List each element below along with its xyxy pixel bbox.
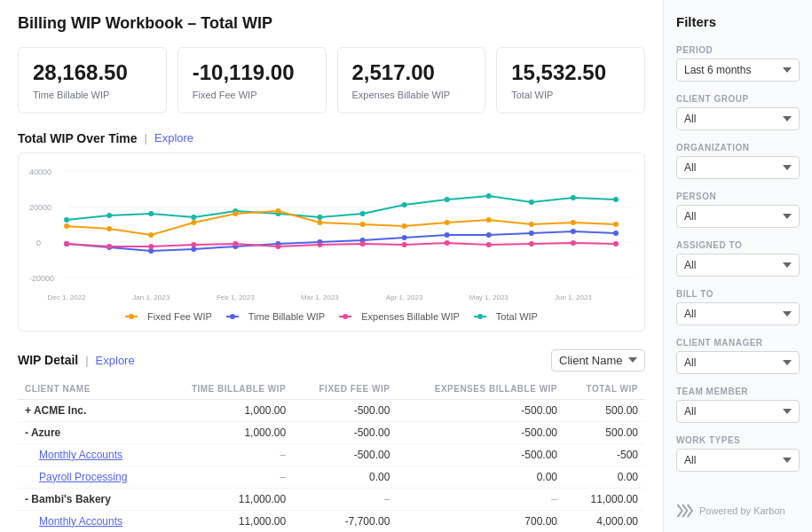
filter-select-team-member[interactable]: All — [676, 400, 800, 423]
sidebar-title: Filters — [676, 14, 800, 29]
legend-time-billable: Time Billable WIP — [226, 311, 325, 322]
cell-child-name[interactable]: Monthly Accounts — [18, 443, 161, 466]
svg-text:0: 0 — [36, 239, 41, 247]
filter-select-person[interactable]: All — [676, 205, 800, 228]
filter-select-assigned-to[interactable]: All — [676, 254, 800, 277]
kpi-row: 28,168.50 Time Billable WIP -10,119.00 F… — [18, 47, 645, 113]
filter-group-period: PERIOD Last 6 months Last 3 months Last … — [676, 45, 800, 82]
cell-total: -500 — [564, 443, 645, 466]
svg-point-78 — [477, 314, 483, 319]
filter-label-team-member: TEAM MEMBER — [676, 387, 800, 396]
legend-label-total-wip: Total WIP — [496, 311, 538, 322]
svg-text:Apr 1, 2023: Apr 1, 2023 — [386, 293, 423, 301]
cell-total: 4,000.00 — [564, 510, 645, 532]
cell-fixed-fee: – — [293, 488, 397, 510]
col-client-name: CLIENT NAME — [18, 379, 161, 400]
svg-text:20000: 20000 — [29, 203, 51, 212]
filter-label-organization: ORGANIZATION — [676, 143, 800, 153]
filter-select-work-types[interactable]: All — [676, 449, 800, 472]
svg-text:Jan 1, 2023: Jan 1, 2023 — [132, 293, 169, 301]
cell-client-name: - Azure — [18, 421, 161, 443]
filter-select-period[interactable]: Last 6 months Last 3 months Last 12 mont… — [676, 59, 800, 82]
svg-point-60 — [191, 242, 196, 247]
filter-group-work-types: WORK TYPES All — [676, 435, 800, 472]
chart-svg: 40000 20000 0 -20000 Dec 1, 2022 Jan 1, … — [29, 162, 634, 304]
cell-client-name: + ACME Inc. — [18, 399, 161, 421]
svg-point-27 — [571, 195, 576, 200]
svg-point-36 — [360, 222, 366, 227]
svg-point-55 — [571, 229, 576, 234]
filter-label-period: PERIOD — [676, 45, 800, 55]
svg-point-25 — [486, 193, 492, 199]
karbon-logo-icon — [676, 504, 694, 518]
svg-point-59 — [148, 244, 154, 249]
svg-point-35 — [317, 220, 322, 225]
svg-point-30 — [106, 226, 112, 231]
filter-group-bill-to: BILL TO All — [676, 289, 800, 325]
table-row[interactable]: + ACME Inc. 1,000.00 -500.00 -500.00 500… — [18, 399, 645, 421]
table-row-child: Payroll Processing – 0.00 0.00 0.00 — [18, 466, 645, 488]
cell-child-name[interactable]: Payroll Processing — [18, 466, 161, 488]
table-row[interactable]: - Bambi's Bakery 11,000.00 – – 11,000.00 — [18, 488, 645, 510]
table-row[interactable]: - Azure 1,000.00 -500.00 -500.00 500.00 — [18, 421, 645, 443]
svg-point-39 — [486, 217, 492, 223]
filter-label-work-types: WORK TYPES — [676, 435, 800, 445]
svg-point-53 — [486, 232, 492, 238]
svg-point-74 — [230, 314, 235, 319]
filter-label-assigned-to: ASSIGNED TO — [676, 240, 800, 250]
karbon-logo: Powered by Karbon — [676, 504, 800, 518]
svg-point-40 — [529, 222, 534, 227]
filter-select-client-group[interactable]: All — [676, 107, 800, 130]
group-by-select[interactable]: Client Name Work Type — [551, 349, 645, 372]
col-expenses-billable-wip: EXPENSES BILLABLE WIP — [397, 379, 564, 400]
svg-point-24 — [445, 197, 450, 202]
svg-point-38 — [445, 220, 450, 225]
kpi-value-time-billable: 28,168.50 — [33, 60, 152, 86]
svg-point-64 — [360, 241, 366, 246]
legend-label-fixed-fee: Fixed Fee WIP — [147, 311, 212, 322]
svg-point-70 — [613, 241, 619, 246]
chart-explore-link[interactable]: Explore — [154, 131, 193, 145]
kpi-card-fixed-fee: -10,119.00 Fixed Fee WIP — [177, 47, 327, 113]
wip-detail-title: WIP Detail — [18, 353, 78, 367]
filter-select-bill-to[interactable]: All — [676, 302, 800, 325]
filter-select-organization[interactable]: All — [676, 156, 800, 179]
kpi-label-fixed-fee: Fixed Fee WIP — [193, 90, 311, 100]
filter-group-team-member: TEAM MEMBER All — [676, 387, 800, 423]
kpi-card-expenses-billable: 2,517.00 Expenses Billable WIP — [337, 47, 486, 113]
expand-icon: + — [25, 404, 34, 417]
svg-point-62 — [275, 244, 280, 249]
wip-detail-explore-link[interactable]: Explore — [96, 354, 135, 367]
svg-point-18 — [191, 215, 196, 220]
cell-expenses-billable: -500.00 — [397, 421, 564, 443]
svg-point-67 — [486, 242, 492, 247]
kpi-card-total-wip: 15,532.50 Total WIP — [496, 47, 645, 113]
cell-fixed-fee: -500.00 — [293, 399, 397, 421]
cell-time-billable: – — [161, 443, 294, 466]
table-row-child: Monthly Accounts – -500.00 -500.00 -500 — [18, 443, 645, 466]
expand-icon: - — [25, 426, 31, 439]
legend-label-time-billable: Time Billable WIP — [248, 311, 325, 322]
filter-group-assigned-to: ASSIGNED TO All — [676, 240, 800, 277]
legend-fixed-fee: Fixed Fee WIP — [125, 311, 212, 322]
svg-point-57 — [64, 241, 69, 246]
svg-point-42 — [613, 222, 619, 227]
svg-text:-20000: -20000 — [29, 274, 54, 283]
cell-fixed-fee: -7,700.00 — [293, 510, 397, 532]
cell-child-name[interactable]: Monthly Accounts — [18, 510, 161, 532]
page-title: Billing WIP Workbook – Total WIP — [18, 14, 645, 33]
svg-point-23 — [402, 202, 407, 207]
cell-expenses-billable: 0.00 — [397, 466, 564, 488]
filter-select-client-manager[interactable]: All — [676, 351, 800, 374]
kpi-value-expenses-billable: 2,517.00 — [352, 60, 471, 86]
svg-point-69 — [571, 240, 576, 246]
legend-expenses-billable: Expenses Billable WIP — [339, 311, 460, 322]
kpi-value-fixed-fee: -10,119.00 — [193, 60, 311, 86]
svg-point-72 — [129, 314, 134, 319]
svg-point-32 — [191, 220, 196, 225]
wip-detail-header: WIP Detail | Explore Client Name Work Ty… — [18, 349, 645, 372]
cell-fixed-fee: -500.00 — [293, 421, 397, 443]
chart-legend: Fixed Fee WIP Time Billable WIP Expenses… — [29, 311, 634, 322]
col-fixed-fee-wip: FIXED FEE WIP — [293, 379, 397, 400]
svg-point-22 — [360, 211, 366, 216]
